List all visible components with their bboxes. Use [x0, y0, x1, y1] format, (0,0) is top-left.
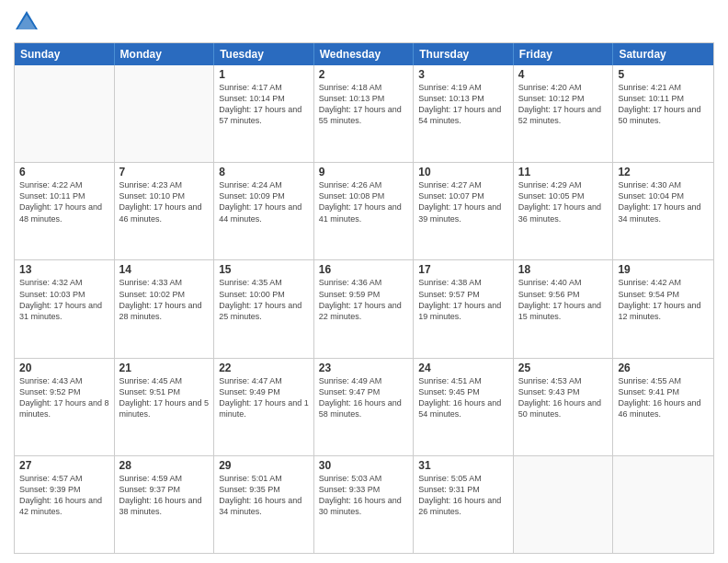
- cell-info: Sunrise: 4:57 AM Sunset: 9:39 PM Dayligh…: [19, 473, 109, 518]
- day-number: 23: [319, 362, 409, 374]
- calendar-cell-14: 14Sunrise: 4:33 AM Sunset: 10:02 PM Dayl…: [115, 260, 215, 357]
- day-number: 29: [219, 459, 309, 472]
- calendar-cell-30: 30Sunrise: 5:03 AM Sunset: 9:33 PM Dayli…: [314, 456, 415, 553]
- calendar-cell-31: 31Sunrise: 5:05 AM Sunset: 9:31 PM Dayli…: [414, 456, 514, 553]
- cell-info: Sunrise: 5:01 AM Sunset: 9:35 PM Dayligh…: [219, 473, 309, 518]
- calendar-row-1: 1Sunrise: 4:17 AM Sunset: 10:14 PM Dayli…: [15, 65, 713, 162]
- calendar-cell-9: 9Sunrise: 4:26 AM Sunset: 10:08 PM Dayli…: [314, 163, 415, 259]
- calendar-cell-empty: [115, 65, 215, 162]
- day-number: 21: [119, 362, 210, 374]
- day-number: 26: [618, 362, 709, 374]
- cell-info: Sunrise: 4:38 AM Sunset: 9:57 PM Dayligh…: [418, 277, 508, 322]
- day-number: 10: [418, 166, 508, 178]
- calendar-cell-10: 10Sunrise: 4:27 AM Sunset: 10:07 PM Dayl…: [414, 163, 514, 259]
- cell-info: Sunrise: 4:49 AM Sunset: 9:47 PM Dayligh…: [319, 375, 409, 420]
- calendar-cell-15: 15Sunrise: 4:35 AM Sunset: 10:00 PM Dayl…: [214, 260, 314, 357]
- calendar-cell-16: 16Sunrise: 4:36 AM Sunset: 9:59 PM Dayli…: [314, 260, 415, 357]
- day-number: 4: [518, 68, 609, 81]
- cell-info: Sunrise: 4:43 AM Sunset: 9:52 PM Dayligh…: [19, 375, 109, 420]
- cell-info: Sunrise: 4:22 AM Sunset: 10:11 PM Daylig…: [19, 179, 109, 224]
- calendar-cell-21: 21Sunrise: 4:45 AM Sunset: 9:51 PM Dayli…: [115, 359, 215, 455]
- day-number: 18: [518, 263, 609, 276]
- cell-info: Sunrise: 4:55 AM Sunset: 9:41 PM Dayligh…: [618, 375, 709, 420]
- day-number: 25: [518, 362, 609, 374]
- calendar-cell-13: 13Sunrise: 4:32 AM Sunset: 10:03 PM Dayl…: [15, 260, 115, 357]
- day-number: 16: [319, 263, 409, 276]
- calendar-cell-20: 20Sunrise: 4:43 AM Sunset: 9:52 PM Dayli…: [15, 359, 115, 455]
- cell-info: Sunrise: 4:59 AM Sunset: 9:37 PM Dayligh…: [119, 473, 210, 518]
- day-number: 24: [418, 362, 508, 374]
- calendar-cell-18: 18Sunrise: 4:40 AM Sunset: 9:56 PM Dayli…: [514, 260, 614, 357]
- cell-info: Sunrise: 4:53 AM Sunset: 9:43 PM Dayligh…: [518, 375, 609, 420]
- weekday-header-thursday: Thursday: [414, 43, 514, 65]
- logo-icon: [14, 9, 40, 35]
- day-number: 12: [618, 166, 709, 178]
- day-number: 1: [219, 68, 309, 81]
- calendar-cell-8: 8Sunrise: 4:24 AM Sunset: 10:09 PM Dayli…: [214, 163, 314, 259]
- weekday-header-saturday: Saturday: [613, 43, 713, 65]
- calendar-cell-empty: [15, 65, 115, 162]
- calendar-body: 1Sunrise: 4:17 AM Sunset: 10:14 PM Dayli…: [15, 65, 713, 553]
- calendar-cell-19: 19Sunrise: 4:42 AM Sunset: 9:54 PM Dayli…: [613, 260, 713, 357]
- weekday-header-sunday: Sunday: [15, 43, 115, 65]
- day-number: 7: [119, 166, 210, 178]
- cell-info: Sunrise: 4:40 AM Sunset: 9:56 PM Dayligh…: [518, 277, 609, 322]
- day-number: 11: [518, 166, 609, 178]
- day-number: 15: [219, 263, 309, 276]
- day-number: 30: [319, 459, 409, 472]
- day-number: 31: [418, 459, 508, 472]
- day-number: 20: [19, 362, 109, 374]
- calendar-cell-3: 3Sunrise: 4:19 AM Sunset: 10:13 PM Dayli…: [414, 65, 514, 162]
- day-number: 14: [119, 263, 210, 276]
- cell-info: Sunrise: 4:47 AM Sunset: 9:49 PM Dayligh…: [219, 375, 309, 420]
- weekday-header-monday: Monday: [115, 43, 215, 65]
- calendar-cell-5: 5Sunrise: 4:21 AM Sunset: 10:11 PM Dayli…: [613, 65, 713, 162]
- calendar-cell-27: 27Sunrise: 4:57 AM Sunset: 9:39 PM Dayli…: [15, 456, 115, 553]
- calendar-cell-24: 24Sunrise: 4:51 AM Sunset: 9:45 PM Dayli…: [414, 359, 514, 455]
- cell-info: Sunrise: 4:30 AM Sunset: 10:04 PM Daylig…: [618, 179, 709, 224]
- header: [14, 9, 714, 35]
- day-number: 8: [219, 166, 309, 178]
- day-number: 22: [219, 362, 309, 374]
- day-number: 2: [319, 68, 409, 81]
- calendar-cell-23: 23Sunrise: 4:49 AM Sunset: 9:47 PM Dayli…: [314, 359, 415, 455]
- day-number: 9: [319, 166, 409, 178]
- calendar-cell-25: 25Sunrise: 4:53 AM Sunset: 9:43 PM Dayli…: [514, 359, 614, 455]
- cell-info: Sunrise: 4:20 AM Sunset: 10:12 PM Daylig…: [518, 82, 609, 127]
- calendar-cell-17: 17Sunrise: 4:38 AM Sunset: 9:57 PM Dayli…: [414, 260, 514, 357]
- calendar-cell-1: 1Sunrise: 4:17 AM Sunset: 10:14 PM Dayli…: [214, 65, 314, 162]
- day-number: 17: [418, 263, 508, 276]
- cell-info: Sunrise: 4:36 AM Sunset: 9:59 PM Dayligh…: [319, 277, 409, 322]
- cell-info: Sunrise: 4:18 AM Sunset: 10:13 PM Daylig…: [319, 82, 409, 127]
- day-number: 28: [119, 459, 210, 472]
- cell-info: Sunrise: 4:24 AM Sunset: 10:09 PM Daylig…: [219, 179, 309, 224]
- cell-info: Sunrise: 4:51 AM Sunset: 9:45 PM Dayligh…: [418, 375, 508, 420]
- day-number: 27: [19, 459, 109, 472]
- calendar-cell-6: 6Sunrise: 4:22 AM Sunset: 10:11 PM Dayli…: [15, 163, 115, 259]
- weekday-header-friday: Friday: [514, 43, 614, 65]
- calendar-row-5: 27Sunrise: 4:57 AM Sunset: 9:39 PM Dayli…: [15, 455, 713, 553]
- calendar-cell-2: 2Sunrise: 4:18 AM Sunset: 10:13 PM Dayli…: [314, 65, 415, 162]
- cell-info: Sunrise: 4:27 AM Sunset: 10:07 PM Daylig…: [418, 179, 508, 224]
- day-number: 6: [19, 166, 109, 178]
- day-number: 19: [618, 263, 709, 276]
- cell-info: Sunrise: 5:03 AM Sunset: 9:33 PM Dayligh…: [319, 473, 409, 518]
- calendar-cell-22: 22Sunrise: 4:47 AM Sunset: 9:49 PM Dayli…: [214, 359, 314, 455]
- calendar-cell-empty: [514, 456, 614, 553]
- cell-info: Sunrise: 4:35 AM Sunset: 10:00 PM Daylig…: [219, 277, 309, 322]
- cell-info: Sunrise: 4:17 AM Sunset: 10:14 PM Daylig…: [219, 82, 309, 127]
- calendar-cell-empty: [613, 456, 713, 553]
- calendar-cell-29: 29Sunrise: 5:01 AM Sunset: 9:35 PM Dayli…: [214, 456, 314, 553]
- calendar: SundayMondayTuesdayWednesdayThursdayFrid…: [14, 42, 714, 554]
- calendar-cell-28: 28Sunrise: 4:59 AM Sunset: 9:37 PM Dayli…: [115, 456, 215, 553]
- cell-info: Sunrise: 4:45 AM Sunset: 9:51 PM Dayligh…: [119, 375, 210, 420]
- calendar-cell-4: 4Sunrise: 4:20 AM Sunset: 10:12 PM Dayli…: [514, 65, 614, 162]
- day-number: 13: [19, 263, 109, 276]
- calendar-row-4: 20Sunrise: 4:43 AM Sunset: 9:52 PM Dayli…: [15, 358, 713, 455]
- calendar-cell-26: 26Sunrise: 4:55 AM Sunset: 9:41 PM Dayli…: [613, 359, 713, 455]
- calendar-cell-11: 11Sunrise: 4:29 AM Sunset: 10:05 PM Dayl…: [514, 163, 614, 259]
- calendar-header: SundayMondayTuesdayWednesdayThursdayFrid…: [15, 43, 713, 65]
- logo: [14, 9, 43, 35]
- day-number: 5: [618, 68, 709, 81]
- calendar-row-2: 6Sunrise: 4:22 AM Sunset: 10:11 PM Dayli…: [15, 162, 713, 259]
